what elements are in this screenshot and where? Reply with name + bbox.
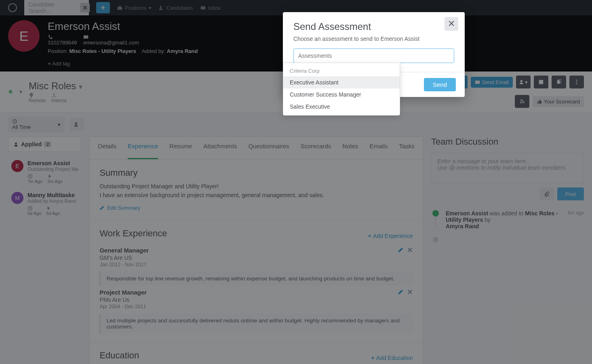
modal-close-button[interactable]: ✕	[445, 17, 458, 31]
modal-title: Send Assessment	[293, 21, 371, 32]
assessment-option[interactable]: Customer Success Manager	[283, 88, 400, 101]
assessment-dropdown: Criteria Corp Executive AssistantCustome…	[283, 63, 400, 116]
dropdown-group-label: Criteria Corp	[283, 65, 400, 76]
assessment-search-input[interactable]	[293, 48, 454, 63]
assessment-option[interactable]: Executive Assistant	[283, 76, 400, 88]
modal-subtitle: Choose an assessment to send to Emerson …	[293, 36, 454, 42]
send-button[interactable]: Send	[424, 78, 456, 91]
assessment-option[interactable]: Sales Executive	[283, 101, 400, 113]
